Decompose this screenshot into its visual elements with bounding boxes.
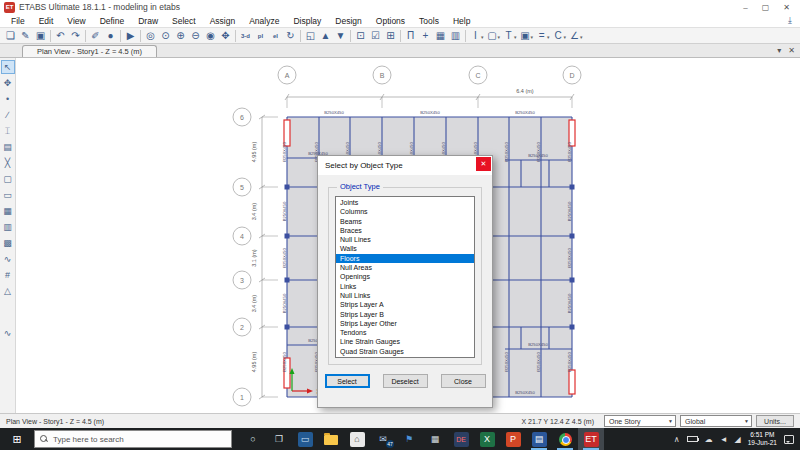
elevation-view-icon[interactable]: el [268,29,283,43]
area-section-icon-dropdown[interactable]: ▾ [498,34,501,40]
channel-section-icon-dropdown[interactable]: ▾ [564,34,567,40]
grid-options-icon[interactable]: ▦ [433,29,448,43]
object-shrink-icon[interactable]: ⊡ [353,29,368,43]
menu-draw[interactable]: Draw [131,15,165,27]
onedrive-cloud-icon[interactable]: ☁ [705,435,713,444]
redo-icon[interactable]: ↷ [68,29,83,43]
draw-grid-icon[interactable]: # [1,268,15,282]
new-model-icon[interactable]: ❏ [3,29,18,43]
excel-icon[interactable]: X [474,428,500,450]
object-type-option[interactable]: Floors [336,254,474,263]
action-center-icon[interactable] [784,435,794,444]
object-type-option[interactable]: Quad Strain Gauges [336,347,474,356]
draw-wall-icon[interactable]: ▥ [1,220,15,234]
lock-model-icon[interactable]: ● [103,29,118,43]
pan-icon[interactable]: ✥ [218,29,233,43]
restore-full-view-icon[interactable]: ⊙ [158,29,173,43]
move-up-story-icon[interactable]: ▲ [318,29,333,43]
units-button[interactable]: Units... [756,415,794,427]
taskbar-clock[interactable]: 6:51 PM 19-Jun-21 [748,431,777,447]
plan-view-icon[interactable]: pl [253,29,268,43]
object-type-option[interactable]: Null Areas [336,263,474,272]
object-type-option[interactable]: Null Lines [336,235,474,244]
tee-section-icon-dropdown[interactable]: ▾ [514,34,517,40]
quick-draw-secondary-beams-icon[interactable]: ▤ [1,140,15,154]
frame-section-icon-dropdown[interactable]: ▾ [481,34,484,40]
word-app-icon[interactable]: ▤ [526,428,552,450]
task-view-icon[interactable]: ❐ [266,428,292,450]
object-type-option[interactable]: Strips Layer B [336,310,474,319]
menu-help[interactable]: Help [446,15,477,27]
close-dialog-button[interactable]: Close [441,374,486,388]
select-button[interactable]: Select [325,374,370,388]
tab-plan-view[interactable]: Plan View - Story1 - Z = 4.5 (m) [22,45,157,57]
object-type-option[interactable]: Beams [336,217,474,226]
3d-view-icon[interactable]: 3-d [238,29,253,43]
remote-desktop-icon[interactable]: ▭ [292,428,318,450]
rubber-band-zoom-icon[interactable]: ◎ [143,29,158,43]
zoom-in-icon[interactable]: ⊕ [173,29,188,43]
menu-file[interactable]: File [4,15,32,27]
object-type-option[interactable]: Braces [336,226,474,235]
draw-floor-icon[interactable]: ▢ [1,172,15,186]
search-input[interactable]: Type here to search [34,430,232,448]
run-analysis-icon[interactable]: ▶ [123,29,138,43]
object-type-option[interactable]: Walls [336,244,474,253]
draw-portal-icon[interactable]: Π [403,29,418,43]
draw-joint-icon[interactable]: • [1,92,15,106]
zoom-out-icon[interactable]: ⊖ [188,29,203,43]
quick-draw-wall-icon[interactable]: ▩ [1,236,15,250]
maximize-button[interactable]: ▢ [762,3,770,12]
dock-arrow-icon[interactable]: ⤓ [788,15,792,26]
window-arrange-icon[interactable]: ⊞ [383,29,398,43]
speaker-icon[interactable]: ◄ [720,435,728,444]
close-button[interactable]: ✕ [783,3,790,12]
mail-icon[interactable]: ✉47 [370,428,396,450]
coordinate-system-selector[interactable]: Global ▼ [680,415,752,427]
object-type-option[interactable]: Strips Layer A [336,300,474,309]
wall-section-icon-dropdown[interactable]: ▾ [531,34,534,40]
object-type-option[interactable]: Joints [336,198,474,207]
wall-stack-icon[interactable]: ▥ [448,29,463,43]
reshape-icon[interactable]: ✥ [1,76,15,90]
title-bar[interactable]: ET ETABS Ultimate 18.1.1 - modeling in e… [0,0,800,14]
object-type-listbox[interactable]: JointsColumnsBeamsBracesNull LinesWallsF… [335,196,475,358]
quick-draw-frame-icon[interactable]: ⌶ [1,124,15,138]
draw-reference-icon[interactable]: △ [1,284,15,298]
rotate-view-icon[interactable]: ↻ [283,29,298,43]
powerpoint-icon[interactable]: P [500,428,526,450]
object-type-option[interactable]: Tendons [336,328,474,337]
object-type-option[interactable]: Line Strain Gauges [336,337,474,346]
store-icon[interactable]: ⌂ [344,428,370,450]
dialog-close-icon[interactable]: ✕ [476,157,491,171]
pointer-select-icon[interactable]: ↖ [1,60,15,74]
menu-options[interactable]: Options [369,15,412,27]
menu-display[interactable]: Display [286,15,328,27]
menu-assign[interactable]: Assign [203,15,243,27]
snap-points-icon[interactable]: + [418,29,433,43]
minimize-button[interactable]: – [743,3,747,12]
tab-dropdown-icon[interactable]: ▾ [777,46,781,55]
object-type-option[interactable]: Openings [336,272,474,281]
menu-analyze[interactable]: Analyze [242,15,286,27]
feedback-icon[interactable]: ⚑ [396,428,422,450]
previous-zoom-icon[interactable]: ◉ [203,29,218,43]
undo-icon[interactable]: ↶ [53,29,68,43]
hidden-icons-chevron[interactable]: ∧ [674,435,680,444]
save-model-icon[interactable]: ▣ [33,29,48,43]
file-explorer-icon[interactable] [318,428,344,450]
quick-draw-braces-icon[interactable]: ╳ [1,156,15,170]
calculator-icon[interactable]: ▦ [422,428,448,450]
chrome-icon[interactable] [552,428,578,450]
move-down-story-icon[interactable]: ▼ [333,29,348,43]
menu-edit[interactable]: Edit [32,15,61,27]
dialog-title-bar[interactable]: Select by Object Type ✕ [318,156,492,175]
object-type-option[interactable]: Columns [336,207,474,216]
network-icon[interactable]: ◢ [735,435,741,444]
draw-link-icon[interactable]: ∿ [1,252,15,266]
object-type-option[interactable]: Strips Layer Other [336,319,474,328]
dimension-icon-dropdown[interactable]: ▾ [547,34,550,40]
design-app-icon[interactable]: DE [448,428,474,450]
deselect-button[interactable]: Deselect [383,374,428,388]
menu-design[interactable]: Design [328,15,368,27]
